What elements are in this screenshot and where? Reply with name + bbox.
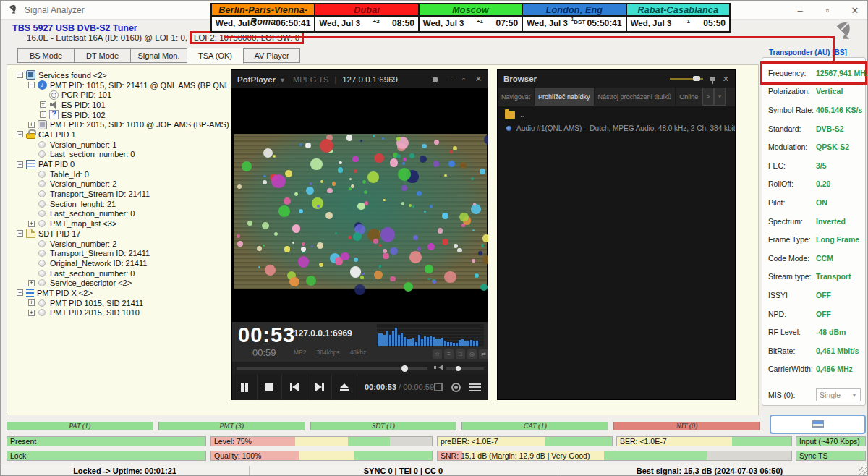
tree-item[interactable]: Version_number: 2: [15, 179, 229, 190]
close-button[interactable]: ✕: [841, 1, 868, 20]
tree-item[interactable]: +ES PID: 101: [15, 100, 229, 110]
settings-gear-icon[interactable]: [451, 383, 461, 392]
folder-up-item[interactable]: ..: [498, 106, 735, 120]
tree-item[interactable]: −Services found <2>: [15, 70, 229, 80]
tree-expander-icon[interactable]: +: [40, 111, 46, 118]
tree-item[interactable]: Table_Id: 0: [15, 169, 229, 179]
tree-item[interactable]: Version_number: 1: [15, 140, 229, 150]
tree-item[interactable]: +PMT PID: 2015, SID: 1010 @ JOE AMS (BP-…: [15, 119, 229, 129]
tree-item[interactable]: +PMT_map_list <3>: [15, 218, 229, 229]
volume-icon[interactable]: [435, 365, 443, 370]
tree-item[interactable]: Transport_Stream ID: 21411: [15, 248, 229, 258]
tree-item[interactable]: Version_number: 2: [15, 239, 229, 249]
potplayer-maximize-icon[interactable]: ▫: [462, 75, 465, 83]
clock-date: Wed, Jul 3: [319, 19, 360, 27]
browser-more-icon[interactable]: ˅: [714, 88, 726, 106]
folder-icon: [505, 111, 515, 119]
viz-button-5[interactable]: ⇄: [479, 349, 488, 359]
eject-button[interactable]: [332, 374, 357, 400]
tab-signal-mon-[interactable]: Signal Mon.: [130, 48, 187, 63]
tree-item[interactable]: Last_section_number: 0: [15, 150, 229, 160]
tab-tsa-ok-[interactable]: TSA (OK): [187, 48, 244, 64]
potplayer-close-icon[interactable]: ✕: [475, 75, 482, 83]
tree-item[interactable]: ◷PCR PID: 101: [15, 90, 229, 100]
tree-expander-icon[interactable]: +: [28, 310, 35, 316]
pid-bar-pat: PAT (1): [7, 422, 153, 430]
tab-dt-mode[interactable]: DT Mode: [74, 48, 131, 63]
volume-handle[interactable]: [456, 366, 461, 371]
transponder-value: -48 dBm: [816, 328, 846, 336]
tab-av-player[interactable]: AV Player: [243, 48, 300, 63]
clock-utc-offset: +2: [360, 18, 392, 25]
tree-expander-icon[interactable]: +: [28, 280, 35, 286]
stop-button[interactable]: [258, 374, 283, 400]
browser-pin-icon[interactable]: [710, 77, 715, 81]
video-area[interactable]: [232, 88, 488, 322]
tree-item[interactable]: −CAT PID 1: [15, 129, 229, 140]
tree-item[interactable]: Original_Network ID: 21411: [15, 258, 229, 268]
next-button[interactable]: [307, 374, 333, 400]
tree-expander-icon[interactable]: +: [28, 122, 35, 128]
browser-tab[interactable]: Navigovat: [498, 88, 535, 106]
pause-button[interactable]: [232, 374, 258, 400]
tree-expander-icon[interactable]: −: [17, 131, 23, 137]
browser-close-icon[interactable]: ✕: [723, 75, 729, 83]
transponder-value: ON: [816, 198, 827, 207]
browser-slider-handle[interactable]: [693, 76, 700, 81]
potplayer-titlebar[interactable]: PotPlayer ▼ MPEG TS | 127.0.0.1:6969 – ▫…: [231, 70, 488, 88]
tree-expander-icon[interactable]: −: [28, 82, 35, 88]
menu-hamburger-icon[interactable]: [469, 383, 481, 391]
playlist-toggle-icon[interactable]: [434, 383, 443, 391]
tree-expander-icon[interactable]: +: [40, 101, 46, 108]
clock-time: 08:50: [392, 18, 414, 28]
potplayer-minimize-icon[interactable]: –: [448, 75, 452, 83]
tree-item[interactable]: Section_lenght: 21: [15, 199, 229, 209]
browser-tab[interactable]: Nástroj procházení titulků: [595, 88, 676, 106]
tree-item[interactable]: −PAT PID 0: [15, 159, 229, 169]
browser-titlebar[interactable]: Browser ✕: [498, 70, 735, 88]
tree-item[interactable]: +Service_descriptor <2>: [15, 278, 229, 288]
browser-next-icon[interactable]: >: [702, 88, 714, 106]
tree-expander-icon[interactable]: −: [17, 230, 23, 237]
tree-item[interactable]: +PMT PID 1015, SID 21411: [15, 298, 229, 308]
tree-expander-icon[interactable]: +: [28, 299, 35, 306]
seek-handle[interactable]: [401, 365, 408, 372]
tree-expander-icon[interactable]: −: [17, 161, 23, 168]
minimize-button[interactable]: –: [786, 1, 814, 20]
viz-button-1[interactable]: ☆: [433, 349, 442, 359]
tree-item[interactable]: −♪PMT PID: 1015, SID: 21411 @ QNL AMS (B…: [15, 80, 229, 90]
tree-item-label: ES PID: 102: [61, 111, 106, 119]
viz-button-2[interactable]: ≡: [444, 349, 454, 359]
ts-record-button[interactable]: [770, 415, 866, 434]
tree-item[interactable]: +?ES PID: 102: [15, 110, 229, 120]
present-indicator: Present: [7, 436, 206, 446]
volume-slider[interactable]: [446, 367, 484, 370]
tree-item-label: Transport_Stream ID: 21411: [50, 190, 150, 198]
previous-button[interactable]: [282, 374, 307, 400]
seek-slider[interactable]: [237, 367, 427, 370]
tree-item[interactable]: Last_section_number: 0: [15, 209, 229, 219]
transponder-value: 3/5: [816, 161, 827, 170]
tree-item[interactable]: +PMT PID 2015, SID 1010: [15, 308, 229, 318]
tree-expander-icon[interactable]: −: [17, 289, 23, 296]
viz-button-3[interactable]: □: [456, 349, 465, 359]
tree-item[interactable]: Last_section_number: 0: [15, 268, 229, 279]
resize-grip[interactable]: [859, 467, 868, 476]
maximize-button[interactable]: ▫: [814, 1, 841, 20]
tree-expander-icon[interactable]: −: [17, 72, 23, 78]
tree-item[interactable]: −SDT PID 17: [15, 229, 229, 239]
mis-dropdown[interactable]: Single ▼: [816, 388, 861, 401]
transponder-label: RollOff:: [768, 179, 816, 188]
potplayer-menu[interactable]: PotPlayer: [237, 75, 276, 84]
transponder-label: Polarization:: [768, 87, 816, 95]
tab-bs-mode[interactable]: BS Mode: [17, 48, 75, 63]
browser-tab[interactable]: Online: [676, 88, 702, 106]
tree-item[interactable]: Transport_Stream ID: 21411: [15, 189, 229, 199]
tree-item[interactable]: −PMT PID X <2>: [15, 288, 229, 298]
audio-track-item[interactable]: Audio #1(QNL AMS) – Dutch, MPEG Audio, 4…: [498, 120, 735, 134]
browser-slider[interactable]: [670, 78, 703, 80]
viz-button-4[interactable]: ◎: [467, 349, 477, 359]
pin-icon[interactable]: [433, 77, 438, 82]
tree-expander-icon[interactable]: +: [28, 221, 35, 227]
browser-tab[interactable]: Prohlížeč nabídky: [535, 88, 595, 106]
